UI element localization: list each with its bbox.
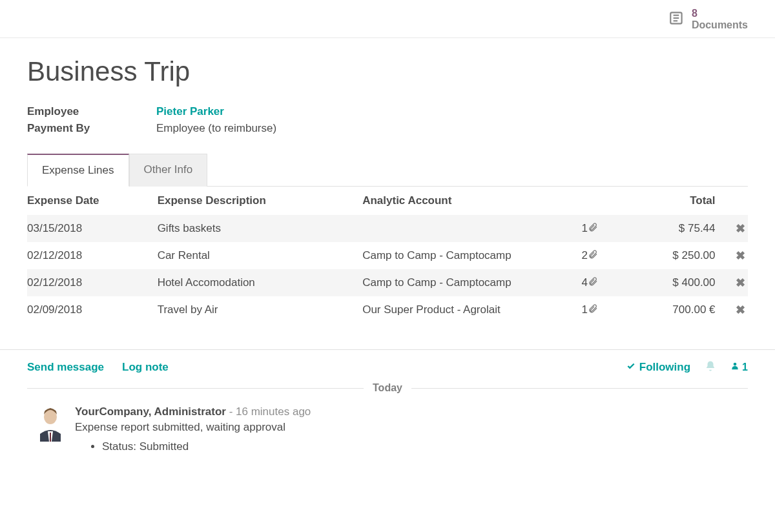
cell-remove[interactable]: ✖: [716, 215, 748, 242]
close-icon: ✖: [736, 222, 745, 235]
cell-attachment-icon[interactable]: [588, 296, 611, 323]
message-content: Expense report submitted, waiting approv…: [75, 421, 311, 434]
payment-by-value: Employee (to reimburse): [156, 122, 276, 135]
check-icon: [626, 361, 636, 374]
cell-date: 02/12/2018: [27, 242, 158, 269]
cell-date: 03/15/2018: [27, 215, 158, 242]
cell-attachment-count: 4: [564, 269, 588, 296]
table-row[interactable]: 03/15/2018Gifts baskets1$ 75.44✖: [27, 215, 748, 242]
cell-total: 700.00 €: [611, 296, 715, 323]
field-employee: Employee Pieter Parker: [27, 105, 748, 118]
cell-remove[interactable]: ✖: [716, 242, 748, 269]
date-divider-label: Today: [364, 382, 411, 393]
close-icon: ✖: [736, 303, 745, 316]
page-title: Business Trip: [27, 56, 748, 87]
employee-value-link[interactable]: Pieter Parker: [156, 105, 224, 118]
paperclip-icon: [588, 277, 598, 289]
cell-attachment-icon[interactable]: [588, 215, 611, 242]
cell-attachment-count: 1: [564, 296, 588, 323]
documents-text: 8 Documents: [692, 8, 748, 31]
paperclip-icon: [588, 223, 598, 235]
tab-expense-lines[interactable]: Expense Lines: [27, 154, 129, 187]
table-header-row: Expense Date Expense Description Analyti…: [27, 187, 748, 215]
table-row[interactable]: 02/09/2018Travel by AirOur Super Product…: [27, 296, 748, 323]
cell-analytic: Camp to Camp - Camptocamp: [362, 242, 564, 269]
send-message-button[interactable]: Send message: [27, 361, 104, 374]
cell-total: $ 400.00: [611, 269, 715, 296]
cell-description: Car Rental: [158, 242, 363, 269]
top-bar: 8 Documents: [0, 0, 775, 38]
chatter-bar: Send message Log note Following 1: [0, 349, 775, 382]
message: YourCompany, Administrator - 16 minutes …: [0, 394, 775, 460]
cell-attachment-icon[interactable]: [588, 242, 611, 269]
cell-description: Hotel Accomodation: [158, 269, 363, 296]
date-divider: Today: [27, 382, 748, 394]
documents-label: Documents: [692, 19, 748, 31]
cell-date: 02/09/2018: [27, 296, 158, 323]
log-note-button[interactable]: Log note: [122, 361, 169, 374]
cell-attachment-icon[interactable]: [588, 269, 611, 296]
col-header-total[interactable]: Total: [611, 187, 715, 215]
following-button[interactable]: Following: [626, 361, 690, 374]
col-header-date[interactable]: Expense Date: [27, 187, 158, 215]
message-header: YourCompany, Administrator - 16 minutes …: [75, 405, 311, 418]
cell-total: $ 75.44: [611, 215, 715, 242]
col-header-analytic[interactable]: Analytic Account: [362, 187, 564, 215]
bell-icon[interactable]: [705, 360, 716, 374]
message-time: 16 minutes ago: [236, 405, 311, 418]
cell-attachment-count: 1: [564, 215, 588, 242]
documents-icon: [668, 10, 685, 29]
documents-count: 8: [692, 8, 748, 19]
employee-label: Employee: [27, 105, 156, 118]
cell-attachment-count: 2: [564, 242, 588, 269]
cell-remove[interactable]: ✖: [716, 296, 748, 323]
message-status-item: Status: Submitted: [102, 440, 311, 453]
person-icon: [730, 362, 739, 373]
avatar[interactable]: [36, 405, 65, 442]
payment-by-label: Payment By: [27, 122, 156, 135]
follower-count-value: 1: [742, 362, 748, 373]
paperclip-icon: [588, 304, 598, 316]
follower-count-button[interactable]: 1: [730, 362, 748, 373]
cell-analytic: Our Super Product - Agrolait: [362, 296, 564, 323]
field-payment-by: Payment By Employee (to reimburse): [27, 122, 748, 135]
cell-date: 02/12/2018: [27, 269, 158, 296]
cell-remove[interactable]: ✖: [716, 269, 748, 296]
cell-analytic: [362, 215, 564, 242]
cell-description: Gifts baskets: [158, 215, 363, 242]
message-time-sep: -: [226, 405, 236, 418]
following-label: Following: [639, 361, 690, 374]
col-header-attachments-count: [564, 187, 588, 215]
cell-analytic: Camp to Camp - Camptocamp: [362, 269, 564, 296]
svg-point-3: [734, 363, 737, 366]
table-row[interactable]: 02/12/2018Hotel AccomodationCamp to Camp…: [27, 269, 748, 296]
chatter-actions: Send message Log note: [27, 361, 169, 374]
message-body: YourCompany, Administrator - 16 minutes …: [75, 405, 311, 453]
col-header-description[interactable]: Expense Description: [158, 187, 363, 215]
message-author[interactable]: YourCompany, Administrator: [75, 405, 226, 418]
paperclip-icon: [588, 250, 598, 262]
close-icon: ✖: [736, 249, 745, 262]
table-row[interactable]: 02/12/2018Car RentalCamp to Camp - Campt…: [27, 242, 748, 269]
close-icon: ✖: [736, 276, 745, 289]
expense-table: Expense Date Expense Description Analyti…: [27, 187, 748, 323]
col-header-remove: [716, 187, 748, 215]
chatter-follow-controls: Following 1: [626, 360, 748, 374]
tab-other-info[interactable]: Other Info: [129, 154, 208, 187]
field-group: Employee Pieter Parker Payment By Employ…: [27, 105, 748, 135]
documents-button[interactable]: 8 Documents: [668, 8, 748, 31]
col-header-attachments-icon: [588, 187, 611, 215]
main-form: Business Trip Employee Pieter Parker Pay…: [0, 38, 775, 323]
cell-total: $ 250.00: [611, 242, 715, 269]
tabs: Expense Lines Other Info: [27, 153, 748, 187]
cell-description: Travel by Air: [158, 296, 363, 323]
